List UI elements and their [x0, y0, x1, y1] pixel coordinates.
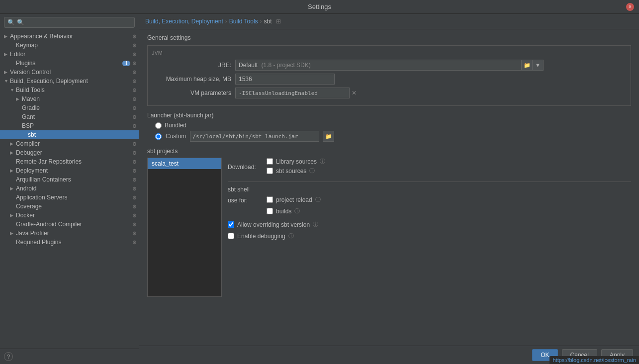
sidebar-item-editor[interactable]: ▶ Editor ⚙ [0, 50, 139, 59]
bundled-radio[interactable] [155, 122, 162, 129]
download-row: Download: Library sources ⓘ sbt sources … [228, 158, 631, 177]
sidebar-badge: 1 [122, 61, 130, 66]
sidebar-action-icon: ⚙ [132, 114, 137, 120]
sidebar-item-debugger[interactable]: ▶ Debugger ⚙ [0, 148, 139, 157]
sbt-shell-section: sbt shell use for: project reload ⓘ [228, 182, 631, 217]
sidebar-action-icon: ⚙ [132, 213, 137, 218]
sbt-sources-info-icon[interactable]: ⓘ [309, 167, 315, 175]
sidebar-item-label: Debugger [16, 149, 131, 156]
library-sources-row: Library sources ⓘ [267, 158, 325, 165]
sidebar-item-version-control[interactable]: ▶ Version Control ⚙ [0, 68, 139, 77]
sidebar-item-java-profiler[interactable]: ▶ Java Profiler ⚙ [0, 229, 139, 238]
use-for-row: use for: project reload ⓘ builds [228, 196, 631, 217]
sidebar-item-coverage[interactable]: Coverage ⚙ [0, 202, 139, 211]
sidebar-item-bsp[interactable]: BSP ⚙ [0, 121, 139, 130]
jre-folder-btn[interactable]: 📁 [521, 60, 532, 70]
sidebar-item-label: sbt [28, 131, 137, 138]
breadcrumb-gear-icon[interactable]: ⊞ [276, 18, 281, 25]
sidebar-item-docker[interactable]: ▶ Docker ⚙ [0, 211, 139, 220]
sidebar-item-gant[interactable]: Gant ⚙ [0, 112, 139, 121]
sidebar-item-arquillian[interactable]: Arquillian Containers ⚙ [0, 175, 139, 184]
close-button[interactable]: × [626, 3, 634, 11]
sidebar-item-gradle-android[interactable]: Gradle-Android Compiler ⚙ [0, 220, 139, 229]
sidebar-item-android[interactable]: ▶ Android ⚙ [0, 184, 139, 193]
sidebar-action-icon: ⚙ [132, 88, 137, 93]
jre-value: Default (1.8 - project SDK) [236, 62, 521, 69]
project-item-scala_test[interactable]: scala_test [148, 158, 221, 169]
builds-checkbox[interactable] [267, 208, 273, 214]
sidebar-item-maven[interactable]: ▶ Maven ⚙ [0, 94, 139, 103]
project-reload-info-icon[interactable]: ⓘ [315, 196, 321, 203]
custom-folder-btn[interactable]: 📁 [323, 131, 334, 142]
sidebar-item-appearance[interactable]: ▶ Appearance & Behavior ⚙ [0, 32, 139, 41]
project-reload-row: project reload ⓘ [267, 196, 321, 203]
breadcrumb-link-1[interactable]: Build Tools [229, 18, 258, 25]
sbt-sources-label: sbt sources [276, 168, 306, 175]
sidebar-action-icon: ⚙ [132, 79, 137, 84]
help-button[interactable]: ? [4, 352, 13, 361]
tree-arrow: ▶ [10, 141, 16, 146]
sidebar-item-label: Compiler [16, 140, 131, 147]
sidebar-action-icon: ⚙ [132, 186, 137, 191]
tree-arrow: ▶ [10, 168, 16, 173]
max-heap-input[interactable] [235, 74, 335, 85]
general-settings-title: General settings [147, 34, 631, 41]
builds-info-icon[interactable]: ⓘ [294, 207, 300, 215]
vm-params-clear-btn[interactable]: ✕ [352, 90, 357, 96]
vm-params-row: VM parameters ✕ [152, 88, 627, 98]
standalone-checks: Allow overriding sbt version ⓘ Enable de… [228, 221, 631, 242]
library-sources-info-icon[interactable]: ⓘ [320, 158, 325, 165]
breadcrumb-link-0[interactable]: Build, Execution, Deployment [145, 18, 223, 25]
sidebar-action-icon: ⚙ [132, 61, 137, 66]
tree-arrow: ▶ [10, 213, 16, 218]
allow-overriding-row: Allow overriding sbt version ⓘ [228, 221, 631, 228]
allow-overriding-checkbox[interactable] [228, 221, 234, 228]
tree-arrow: ▼ [4, 79, 10, 84]
sidebar-item-compiler[interactable]: ▶ Compiler ⚙ [0, 139, 139, 148]
sidebar-action-icon: ⚙ [132, 204, 137, 209]
allow-overriding-info-icon[interactable]: ⓘ [313, 221, 318, 228]
jre-label: JRE: [152, 62, 231, 69]
sidebar: 🔍 ▶ Appearance & Behavior ⚙ Keymap ⚙ ▶ E… [0, 14, 139, 364]
sbt-projects-section: scala_test Download: Library sources ⓘ [147, 158, 631, 297]
sidebar-item-label: Plugins [16, 60, 122, 67]
sidebar-item-label: Gant [22, 113, 131, 120]
search-box[interactable]: 🔍 [4, 17, 135, 28]
sidebar-action-icon: ⚙ [132, 159, 137, 165]
library-sources-label: Library sources [276, 158, 317, 165]
sbt-projects-label: sbt projects [147, 148, 631, 155]
sbt-sources-row: sbt sources ⓘ [267, 167, 325, 175]
sidebar-item-remote-jar[interactable]: Remote Jar Repositories ⚙ [0, 157, 139, 166]
projects-list-panel: scala_test [147, 158, 222, 297]
sbt-sources-checkbox[interactable] [267, 168, 273, 174]
jre-dropdown-btn[interactable]: ▼ [532, 60, 543, 70]
sidebar-item-required-plugins[interactable]: Required Plugins ⚙ [0, 238, 139, 247]
sidebar-item-plugins[interactable]: Plugins 1 ⚙ [0, 59, 139, 68]
sidebar-action-icon: ⚙ [132, 105, 137, 111]
jre-version: (1.8 - project SDK) [261, 62, 310, 69]
use-for-checks: project reload ⓘ builds ⓘ [267, 196, 321, 217]
sidebar-item-keymap[interactable]: Keymap ⚙ [0, 41, 139, 50]
project-reload-checkbox[interactable] [267, 196, 273, 203]
sidebar-item-sbt[interactable]: sbt [0, 130, 139, 139]
launcher-title: Launcher (sbt-launch.jar) [147, 112, 631, 119]
sidebar-item-build-exec[interactable]: ▼ Build, Execution, Deployment ⚙ [0, 77, 139, 86]
sidebar-item-label: Gradle [22, 104, 131, 111]
sidebar-item-deployment[interactable]: ▶ Deployment ⚙ [0, 166, 139, 175]
custom-radio[interactable] [155, 133, 162, 140]
vm-params-input[interactable] [235, 88, 350, 98]
sidebar-item-label: Arquillian Containers [16, 176, 131, 183]
sidebar-item-label: Appearance & Behavior [10, 33, 131, 40]
sidebar-item-gradle[interactable]: Gradle ⚙ [0, 103, 139, 112]
sidebar-item-app-servers[interactable]: Application Servers ⚙ [0, 193, 139, 202]
sidebar-item-build-tools[interactable]: ▼ Build Tools ⚙ [0, 86, 139, 94]
max-heap-label: Maximum heap size, MB [152, 76, 231, 83]
sidebar-item-label: Required Plugins [16, 239, 131, 246]
search-input[interactable] [17, 19, 131, 26]
library-sources-checkbox[interactable] [267, 158, 273, 165]
project-settings: Download: Library sources ⓘ sbt sources … [228, 158, 631, 297]
enable-debugging-checkbox[interactable] [228, 233, 234, 239]
enable-debugging-info-icon[interactable]: ⓘ [288, 232, 294, 240]
tree-arrow: ▶ [10, 186, 16, 191]
jre-select[interactable]: Default (1.8 - project SDK) 📁 ▼ [235, 60, 544, 71]
